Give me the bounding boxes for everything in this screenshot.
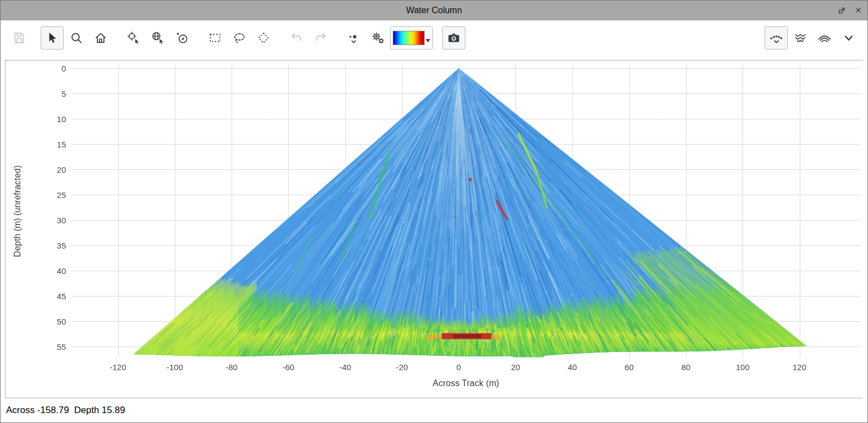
- undo-button[interactable]: [285, 26, 308, 50]
- window-title: Water Column: [406, 6, 462, 15]
- y-axis-label: Depth (m) (unrefracted): [13, 165, 23, 257]
- save-button[interactable]: [8, 26, 31, 50]
- polygon-select-button[interactable]: [252, 26, 275, 50]
- stacked-view-icon: [817, 30, 832, 46]
- float-window-icon[interactable]: [837, 6, 847, 15]
- water-column-fan-canvas[interactable]: [6, 61, 864, 398]
- crosshair-cursor-icon: [127, 31, 141, 45]
- statusbar: Across -158.79 Depth 15.89: [1, 398, 867, 422]
- dotted-lasso-icon: [232, 31, 246, 45]
- x-axis-label: Across Track (m): [433, 378, 499, 388]
- cursor-icon: [45, 31, 59, 45]
- rectangle-select-button[interactable]: [204, 26, 227, 50]
- compass-pick-button[interactable]: [171, 26, 194, 50]
- settings-button[interactable]: [366, 26, 389, 50]
- zoom-button[interactable]: [65, 26, 88, 50]
- points-view-icon: [768, 30, 784, 46]
- close-icon[interactable]: [853, 6, 863, 15]
- compass-icon: [175, 31, 189, 45]
- water-column-plot-panel: -120-100-80-60-40-2002040608010012005101…: [5, 60, 863, 398]
- redo-arrow-icon: [314, 31, 328, 45]
- colormap-swatch: [393, 31, 425, 45]
- home-icon: [94, 31, 108, 45]
- water-column-window: Water Column: [0, 0, 868, 423]
- cursor-position-readout: Across -158.79 Depth 15.89: [6, 405, 125, 415]
- swath-view-icon: [793, 30, 808, 46]
- pick-point-button[interactable]: [122, 26, 145, 50]
- view-points-button[interactable]: [765, 26, 788, 50]
- floppy-icon: [12, 31, 26, 45]
- titlebar-controls: [837, 1, 863, 20]
- dotted-rectangle-icon: [208, 31, 222, 45]
- magnifier-icon: [69, 31, 84, 45]
- dots-dropdown-icon: [347, 31, 361, 45]
- home-button[interactable]: [89, 26, 112, 50]
- undo-arrow-icon: [289, 31, 304, 45]
- toolbar: [1, 20, 867, 56]
- gears-icon: [371, 31, 385, 45]
- redo-button[interactable]: [309, 26, 332, 50]
- view-stacked-button[interactable]: [813, 26, 836, 50]
- lasso-select-button[interactable]: [228, 26, 251, 50]
- camera-icon: [447, 31, 461, 45]
- select-cursor-button[interactable]: [41, 26, 64, 50]
- colormap-caret-icon: [426, 39, 430, 42]
- chevron-down-icon: [841, 30, 856, 46]
- collapse-toolbar-button[interactable]: [837, 26, 860, 50]
- dotted-diamond-icon: [256, 31, 271, 45]
- colormap-select-button[interactable]: [390, 26, 433, 50]
- titlebar[interactable]: Water Column: [1, 1, 867, 20]
- view-swath-button[interactable]: [789, 26, 812, 50]
- pick-sphere-button[interactable]: [146, 26, 169, 50]
- snapshot-button[interactable]: [442, 26, 465, 50]
- globe-cursor-icon: [151, 31, 165, 45]
- point-display-button[interactable]: [342, 26, 365, 50]
